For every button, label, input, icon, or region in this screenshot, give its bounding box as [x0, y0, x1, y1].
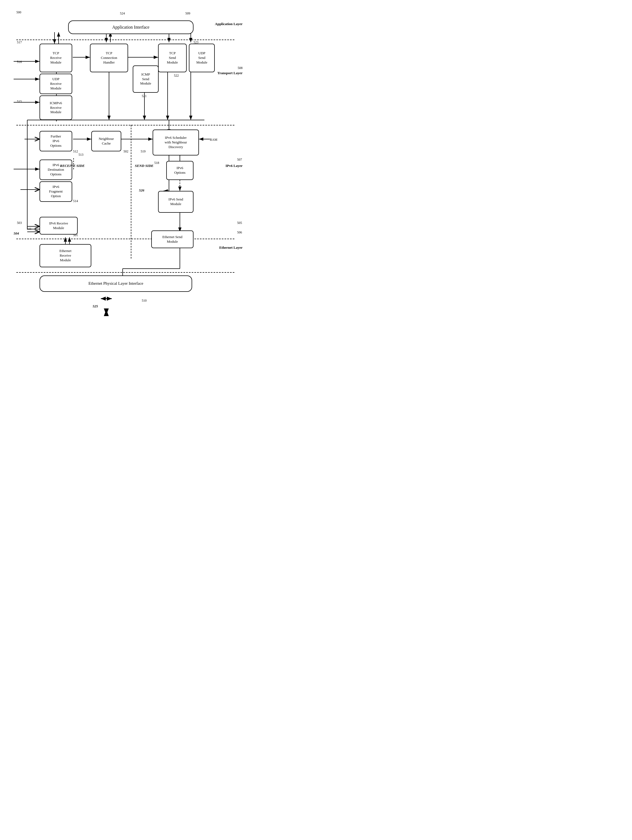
tcp-connection-box: TCP Connection Handler — [90, 44, 128, 72]
label-525-text: 525 — [93, 304, 98, 308]
eth-send-label: Ethernet Send Module — [162, 235, 182, 244]
ipv6-receive-box: IPv6 Receive Module — [39, 217, 78, 235]
ipv6-receive-label: IPv6 Receive Module — [49, 221, 68, 231]
dashed-line-ipv6-top — [16, 125, 234, 125]
ipv6-layer-label: IPv6 Layer — [225, 164, 243, 168]
tcp-send-box: TCP Send Module — [158, 44, 187, 72]
icmp-send-label: ICMP Send Module — [140, 72, 151, 86]
application-interface-box: Application Interface — [68, 21, 194, 34]
label-522: 522 — [174, 74, 179, 78]
label-517: 517 — [17, 40, 22, 44]
receive-side-label: RECEIVE SIDE — [60, 164, 85, 168]
label-515: 515 — [17, 99, 22, 104]
ipv6-scheduler-label: IPv6 Scheduler with Neighbour Discovery — [165, 136, 187, 150]
label-503: 503 — [17, 221, 22, 225]
label-519: 519 — [140, 150, 145, 153]
icmp-send-box: ICMP Send Module — [133, 65, 159, 93]
eth-send-box: Ethernet Send Module — [151, 231, 194, 248]
ipv6-scheduler-box: IPv6 Scheduler with Neighbour Discovery — [153, 129, 199, 155]
eth-receive-box: Ethernet Receive Module — [39, 244, 91, 267]
label-505: 505 — [237, 221, 242, 225]
label-513: 513 — [79, 153, 84, 157]
udp-receive-label: UDP Receive Module — [50, 77, 61, 91]
udp-receive-box: UDP Receive Module — [39, 74, 72, 94]
label-501: 501 — [73, 233, 78, 237]
further-ipv6-label: Further IPv6 Options — [50, 134, 61, 148]
label-510: 510 — [142, 298, 147, 303]
icmpv6-receive-box: ICMPv6 Receive Module — [39, 95, 72, 120]
eth-receive-label: Ethernet Receive Module — [60, 249, 71, 263]
ipv6-send-label: IPv6 Send Module — [169, 197, 183, 207]
label-508: 508 — [238, 66, 243, 70]
tcp-receive-box: TCP Receive Module — [39, 44, 72, 72]
udp-send-box: UDP Send Module — [189, 44, 215, 72]
label-514: 514 — [73, 199, 78, 203]
ipv6-options-label: IPv6 Options — [174, 166, 185, 175]
tcp-receive-label: TCP Receive Module — [50, 51, 61, 65]
label-521: 521 — [142, 94, 147, 98]
app-layer-label: Application Layer — [215, 22, 243, 26]
dashed-line-transport-top — [16, 39, 234, 40]
label-511: 511 — [27, 227, 32, 231]
label-509: 509 — [185, 11, 190, 16]
neighbour-cache-box: Neighbour Cache — [91, 131, 121, 152]
eth-layer-label: Ethernet Layer — [219, 245, 243, 250]
ram-label: RAM — [210, 138, 217, 142]
ipv6-fragment-label: IPv6 Fragment Option — [49, 185, 63, 199]
diagram-container: 500 Application Interface 524 509 Applic… — [0, 0, 245, 327]
eth-physical-box: Ethernet Physical Layer Interface — [39, 275, 192, 292]
label-525: 525 — [93, 304, 98, 308]
neighbour-cache-label: Neighbour Cache — [99, 137, 114, 146]
tcp-send-label: TCP Send Module — [167, 51, 178, 65]
ipv6-destination-box: IPv6 Destination Options — [39, 159, 72, 180]
label-526: 526 — [139, 188, 145, 193]
ipv6-send-box: IPv6 Send Module — [158, 191, 194, 213]
send-side-label: SEND SIDE — [135, 164, 153, 168]
dashed-line-physical — [16, 272, 234, 273]
icmpv6-receive-label: ICMPv6 Receive Module — [50, 101, 62, 115]
further-ipv6-box: Further IPv6 Options — [39, 131, 72, 152]
label-524: 524 — [120, 11, 125, 16]
ipv6-options-box: IPv6 Options — [166, 161, 194, 180]
label-507: 507 — [237, 158, 242, 162]
app-interface-label: Application Interface — [112, 25, 149, 30]
bottom-double-arrow — [95, 295, 117, 303]
tcp-connection-label: TCP Connection Handler — [101, 51, 117, 65]
label-504: 504 — [14, 231, 19, 236]
label-518: 518 — [154, 161, 159, 165]
ipv6-fragment-box: IPv6 Fragment Option — [39, 182, 72, 202]
label-506: 506 — [237, 231, 242, 235]
dashed-line-eth-top — [16, 238, 234, 239]
transport-layer-label: Transport Layer — [217, 71, 243, 75]
label-523: 523 — [194, 40, 199, 44]
udp-send-label: UDP Send Module — [196, 51, 207, 65]
label-500: 500 — [16, 10, 21, 14]
label-502: 502 — [123, 150, 128, 153]
label-516: 516 — [17, 60, 22, 64]
eth-physical-label: Ethernet Physical Layer Interface — [88, 281, 143, 286]
label-512: 512 — [73, 150, 78, 153]
